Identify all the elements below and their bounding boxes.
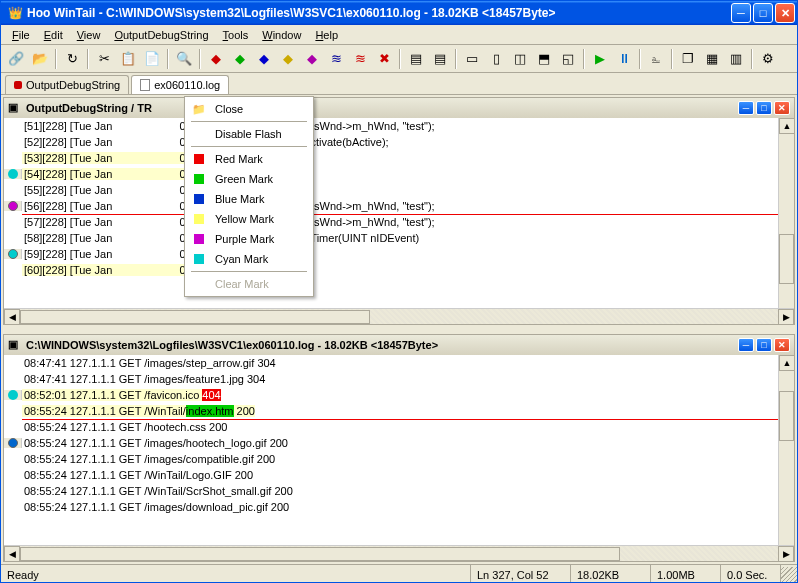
menu-ods[interactable]: OutputDebugString [107,27,215,43]
tool-copy-icon[interactable]: 📋 [117,48,139,70]
ctx-disable-flash[interactable]: Disable Flash [187,124,311,144]
log-row[interactable]: [60][228] [Tue Jan 16:11:28 2006] error:… [4,262,794,278]
log-row[interactable]: [54][228] [Tue Jan 16:11:28 2006] error:… [4,166,794,182]
ctx-red-mark[interactable]: Red Mark [187,149,311,169]
ctx-clear-mark[interactable]: Clear Mark [187,274,311,294]
tool-filter2-icon[interactable]: ▤ [429,48,451,70]
ctx-green-mark[interactable]: Green Mark [187,169,311,189]
pane-title: OutputDebugString / TR [26,102,152,114]
scroll-thumb[interactable] [20,547,620,561]
tool-win1-icon[interactable]: ▭ [461,48,483,70]
tool-cascade-icon[interactable]: ❐ [677,48,699,70]
scroll-right-icon[interactable]: ▶ [778,309,794,325]
ctx-close[interactable]: 📁Close [187,99,311,119]
tool-win4-icon[interactable]: ⬒ [533,48,555,70]
tool-open-icon[interactable]: 📂 [29,48,51,70]
purple-mark-icon [194,234,204,244]
pane-body[interactable]: [51][228] [Tue Jan 16:11:28 2006] ::SetW… [4,118,794,308]
log-row[interactable]: [59][228] [Tue Jan 16:11:28 2006] abcdef… [4,246,794,262]
tool-clear-icon[interactable]: ✖ [373,48,395,70]
scroll-left-icon[interactable]: ◀ [4,309,20,325]
log-row[interactable]: [52][228] [Tue Jan 16:11:28 2006] return… [4,134,794,150]
log-row[interactable]: 08:55:24 127.1.1.1 GET /WinTail/Logo.GIF… [4,467,794,483]
log-row[interactable]: [53][228] [Tue Jan 16:11:28 2006] warnin… [4,150,794,166]
log-row[interactable]: [56][228] [Tue Jan 16:11:28 2006] ::SetW… [4,198,794,214]
log-row[interactable]: 08:55:24 127.1.1.1 GET /WinTail/index.ht… [4,403,794,419]
log-row[interactable]: 08:55:24 127.1.1.1 GET /images/download_… [4,499,794,515]
pane-body[interactable]: 08:47:41 127.1.1.1 GET /images/step_arro… [4,355,794,545]
log-row[interactable]: 08:47:41 127.1.1.1 GET /images/feature1.… [4,371,794,387]
menu-edit[interactable]: Edit [37,27,70,43]
log-row[interactable]: 08:52:01 127.1.1.1 GET /favicon.ico 404 [4,387,794,403]
log-text: 08:55:24 127.1.1.1 GET /images/download_… [22,501,289,513]
log-row[interactable]: [55][228] [Tue Jan 16:11:28 2006] abcdef… [4,182,794,198]
status-size: 18.02KB [571,565,651,583]
resize-grip[interactable] [781,567,797,583]
status-pos: Ln 327, Col 52 [471,565,571,583]
tool-tile-v-icon[interactable]: ▥ [725,48,747,70]
scroll-thumb[interactable] [20,310,370,324]
tool-mark-blue-icon[interactable]: ◆ [253,48,275,70]
tool-win3-icon[interactable]: ◫ [509,48,531,70]
menu-file[interactable]: File [5,27,37,43]
ctx-purple-mark[interactable]: Purple Mark [187,229,311,249]
log-row[interactable]: 08:47:41 127.1.1.1 GET /images/step_arro… [4,355,794,371]
maximize-button[interactable]: □ [753,3,773,23]
vscrollbar[interactable]: ▲ ▼ [778,355,794,561]
ctx-yellow-mark[interactable]: Yellow Mark [187,209,311,229]
tab-logfile[interactable]: ex060110.log [131,75,229,94]
tab-ods[interactable]: OutputDebugString [5,75,129,94]
close-button[interactable]: ✕ [775,3,795,23]
tool-tile-h-icon[interactable]: ▦ [701,48,723,70]
tool-filter1-icon[interactable]: ▤ [405,48,427,70]
tool-mark-yellow-icon[interactable]: ◆ [277,48,299,70]
scroll-right-icon[interactable]: ▶ [778,546,794,562]
pane-max-button[interactable]: □ [756,338,772,352]
tool-mark-purple-icon[interactable]: ◆ [301,48,323,70]
scroll-thumb[interactable] [779,234,794,284]
ctx-cyan-mark[interactable]: Cyan Mark [187,249,311,269]
pane-max-button[interactable]: □ [756,101,772,115]
pane-min-button[interactable]: ─ [738,338,754,352]
vscrollbar[interactable]: ▲ ▼ [778,118,794,324]
menu-help[interactable]: Help [308,27,345,43]
tool-refresh-icon[interactable]: ↻ [61,48,83,70]
scroll-up-icon[interactable]: ▲ [779,118,795,134]
tool-win2-icon[interactable]: ▯ [485,48,507,70]
menu-window[interactable]: Window [255,27,308,43]
log-row[interactable]: [57][228] [Tue Jan 16:11:28 2006] ::SetW… [4,214,794,230]
tool-x1-icon[interactable]: ≋ [325,48,347,70]
splitter[interactable] [1,327,797,332]
scroll-up-icon[interactable]: ▲ [779,355,795,371]
tool-usb-icon[interactable]: ⎁ [645,48,667,70]
hscrollbar[interactable]: ◀ ▶ [4,545,794,561]
tool-mark-green-icon[interactable]: ◆ [229,48,251,70]
tool-pause-icon[interactable]: ⏸ [613,48,635,70]
tool-cut-icon[interactable]: ✂ [93,48,115,70]
hscrollbar[interactable]: ◀ ▶ [4,308,794,324]
scroll-thumb[interactable] [779,391,794,441]
pane-close-button[interactable]: ✕ [774,101,790,115]
tool-connect-icon[interactable]: 🔗 [5,48,27,70]
pane-min-button[interactable]: ─ [738,101,754,115]
tool-play-icon[interactable]: ▶ [589,48,611,70]
tool-settings-icon[interactable]: ⚙ [757,48,779,70]
pane-close-button[interactable]: ✕ [774,338,790,352]
minimize-button[interactable]: ─ [731,3,751,23]
log-row[interactable]: 08:55:24 127.1.1.1 GET /images/hootech_l… [4,435,794,451]
ctx-blue-mark[interactable]: Blue Mark [187,189,311,209]
log-row[interactable]: 08:55:24 127.1.1.1 GET /hootech.css 200 [4,419,794,435]
tool-win5-icon[interactable]: ◱ [557,48,579,70]
tool-mark-red-icon[interactable]: ◆ [205,48,227,70]
log-row[interactable]: 08:55:24 127.1.1.1 GET /images/compatibl… [4,451,794,467]
tool-x2-icon[interactable]: ≋ [349,48,371,70]
log-row[interactable]: [58][228] [Tue Jan 16:11:28 2006] void C… [4,230,794,246]
tool-paste-icon[interactable]: 📄 [141,48,163,70]
scroll-left-icon[interactable]: ◀ [4,546,20,562]
log-row[interactable]: [51][228] [Tue Jan 16:11:28 2006] ::SetW… [4,118,794,134]
menu-tools[interactable]: Tools [216,27,256,43]
tool-find-icon[interactable]: 🔍 [173,48,195,70]
yellow-mark-icon [194,214,204,224]
log-row[interactable]: 08:55:24 127.1.1.1 GET /WinTail/ScrShot_… [4,483,794,499]
menu-view[interactable]: View [70,27,108,43]
